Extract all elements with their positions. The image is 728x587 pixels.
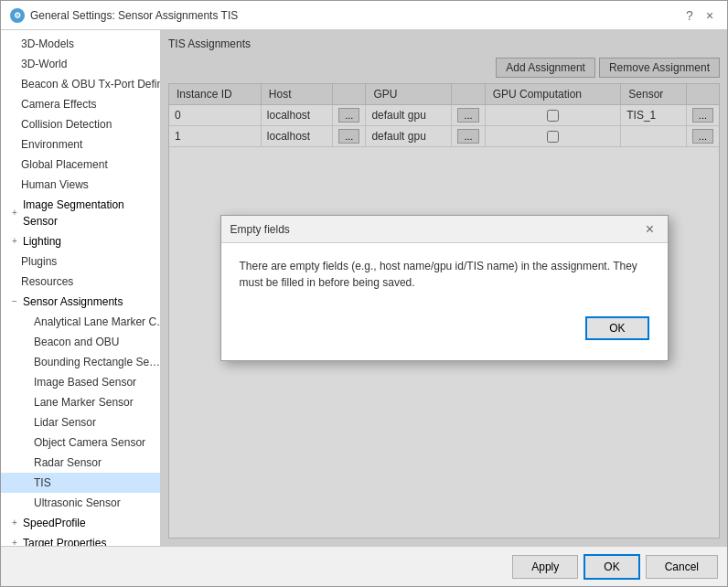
sidebar-item-analytical-lane[interactable]: Analytical Lane Marker C… [1,312,160,332]
expand-icon-image-segmentation: + [8,207,21,219]
sidebar-item-environment[interactable]: Environment [1,134,160,155]
sidebar-item-bounding-rect[interactable]: Bounding Rectangle Se… [1,352,160,372]
sidebar-item-ultrasonic-sensor[interactable]: Ultrasonic Sensor [1,493,160,513]
expand-icon-speed-profile: + [8,517,21,529]
sidebar-item-lighting[interactable]: + Lighting [1,231,160,251]
modal-title: Empty fields [230,223,290,236]
modal-titlebar: Empty fields × [221,216,668,243]
sidebar-label-target-properties: Target Properties [23,535,106,546]
expand-icon-sensor-assignments: − [8,295,21,308]
sidebar-item-object-camera[interactable]: Object Camera Sensor [1,432,160,453]
modal-close-button[interactable]: × [642,221,658,238]
ok-button[interactable]: OK [583,554,639,580]
modal-message: There are empty fields (e.g., host name/… [240,258,649,291]
sidebar-item-collision-detection[interactable]: Collision Detection [1,114,160,134]
sidebar-item-3d-world[interactable]: 3D-World [1,54,160,74]
sidebar-label-lighting: Lighting [23,233,61,250]
sidebar-item-target-properties[interactable]: + Target Properties [1,533,160,546]
sidebar-item-resources[interactable]: Resources [1,272,160,292]
sidebar-label-speed-profile: SpeedProfile [23,515,86,531]
modal-body: There are empty fields (e.g., host name/… [221,243,668,316]
sidebar-item-speed-profile[interactable]: + SpeedProfile [1,513,160,533]
sidebar-item-tis[interactable]: TIS [1,473,160,493]
sidebar-item-beacon-obu[interactable]: Beacon & OBU Tx-Port Definitions [1,74,160,94]
cancel-button[interactable]: Cancel [646,555,718,579]
sidebar-item-camera-effects[interactable]: Camera Effects [1,94,160,114]
modal-ok-button[interactable]: OK [585,316,648,340]
modal-footer: OK [221,316,668,351]
title-bar-left: ⚙ General Settings: Sensor Assignments T… [10,8,238,23]
title-bar-controls: ? × [681,7,718,24]
title-bar: ⚙ General Settings: Sensor Assignments T… [1,1,727,30]
expand-icon-lighting: + [8,235,21,248]
expand-icon-target-properties: + [8,537,21,546]
help-button[interactable]: ? [681,7,698,24]
sidebar-item-3d-models[interactable]: 3D-Models [1,34,160,54]
sidebar-item-human-views[interactable]: Human Views [1,175,160,195]
main-window: ⚙ General Settings: Sensor Assignments T… [0,0,728,587]
main-content: 3D-Models 3D-World Beacon & OBU Tx-Port … [1,30,727,546]
window-title: General Settings: Sensor Assignments TIS [30,9,238,22]
sidebar-item-sensor-assignments[interactable]: − Sensor Assignments [1,292,160,312]
sidebar-item-image-based-sensor[interactable]: Image Based Sensor [1,372,160,392]
modal-overlay: Empty fields × There are empty fields (e… [161,30,727,546]
apply-button[interactable]: Apply [512,555,578,579]
sidebar-item-plugins[interactable]: Plugins [1,251,160,272]
app-icon: ⚙ [10,8,25,23]
modal-dialog: Empty fields × There are empty fields (e… [220,215,669,361]
sidebar-item-image-segmentation[interactable]: + Image Segmentation Sensor [1,195,160,231]
sidebar-label-image-segmentation: Image Segmentation Sensor [23,197,153,229]
sidebar-item-lane-marker-sensor[interactable]: Lane Marker Sensor [1,392,160,412]
sidebar-item-lidar-sensor[interactable]: Lidar Sensor [1,412,160,432]
sidebar-item-global-placement[interactable]: Global Placement [1,155,160,175]
right-panel: TIS Assignments Add Assignment Remove As… [161,30,727,546]
sidebar-label-sensor-assignments: Sensor Assignments [23,294,123,310]
bottom-bar: Apply OK Cancel [1,546,727,586]
sidebar-item-beacon-and-obu[interactable]: Beacon and OBU [1,332,160,352]
sidebar-item-radar-sensor[interactable]: Radar Sensor [1,453,160,473]
close-button[interactable]: × [701,7,718,24]
sidebar: 3D-Models 3D-World Beacon & OBU Tx-Port … [1,30,161,546]
